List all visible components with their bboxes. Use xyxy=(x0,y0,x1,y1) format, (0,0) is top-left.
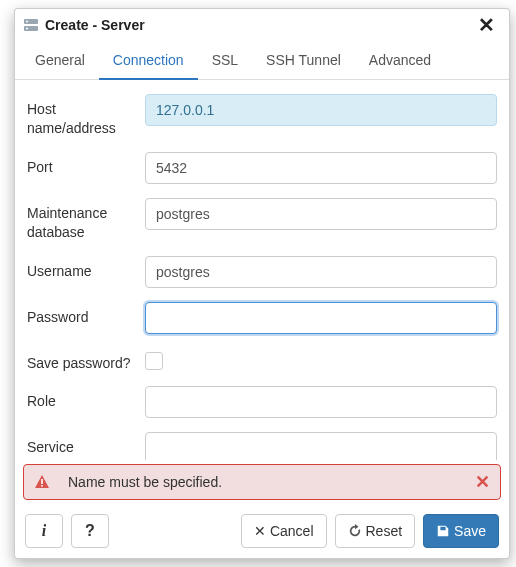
label-port: Port xyxy=(27,152,145,177)
label-host: Host name/address xyxy=(27,94,145,138)
row-host: Host name/address xyxy=(27,94,497,138)
cancel-label: Cancel xyxy=(270,523,314,539)
svg-rect-5 xyxy=(41,485,43,487)
label-service: Service xyxy=(27,432,145,457)
label-password: Password xyxy=(27,302,145,327)
tabs: General Connection SSL SSH Tunnel Advanc… xyxy=(15,41,509,80)
create-server-dialog: Create - Server ✕ General Connection SSL… xyxy=(14,8,510,559)
dialog-header: Create - Server ✕ xyxy=(15,9,509,41)
row-username: Username xyxy=(27,256,497,288)
role-input[interactable] xyxy=(145,386,497,418)
svg-point-2 xyxy=(26,21,28,23)
info-icon: i xyxy=(42,522,46,540)
maintenance-db-input[interactable] xyxy=(145,198,497,230)
tab-advanced[interactable]: Advanced xyxy=(355,42,445,80)
tab-general[interactable]: General xyxy=(21,42,99,80)
error-bar: Name must be specified. ✕ xyxy=(23,464,501,500)
warning-icon xyxy=(34,474,50,490)
dialog-title: Create - Server xyxy=(45,17,474,33)
help-button[interactable]: ? xyxy=(71,514,109,548)
error-message: Name must be specified. xyxy=(68,474,475,490)
server-icon xyxy=(23,17,39,33)
cancel-button[interactable]: ✕ Cancel xyxy=(241,514,327,548)
label-maintenance-db: Maintenance database xyxy=(27,198,145,242)
save-password-checkbox[interactable] xyxy=(145,352,163,370)
label-username: Username xyxy=(27,256,145,281)
label-role: Role xyxy=(27,386,145,411)
save-button[interactable]: Save xyxy=(423,514,499,548)
row-service: Service xyxy=(27,432,497,460)
info-button[interactable]: i xyxy=(25,514,63,548)
port-input[interactable] xyxy=(145,152,497,184)
close-icon: ✕ xyxy=(254,523,266,539)
save-icon xyxy=(436,524,450,538)
close-icon[interactable]: ✕ xyxy=(474,15,499,35)
row-password: Password xyxy=(27,302,497,334)
tab-ssl[interactable]: SSL xyxy=(198,42,252,80)
svg-rect-4 xyxy=(41,479,43,484)
tab-connection[interactable]: Connection xyxy=(99,42,198,80)
host-input[interactable] xyxy=(145,94,497,126)
save-label: Save xyxy=(454,523,486,539)
reset-label: Reset xyxy=(366,523,403,539)
help-icon: ? xyxy=(85,522,95,540)
reset-button[interactable]: Reset xyxy=(335,514,416,548)
svg-point-3 xyxy=(26,28,28,30)
label-save-password: Save password? xyxy=(27,348,145,373)
row-save-password: Save password? xyxy=(27,348,497,373)
username-input[interactable] xyxy=(145,256,497,288)
dialog-footer: i ? ✕ Cancel Reset Save xyxy=(15,508,509,558)
password-input[interactable] xyxy=(145,302,497,334)
tab-ssh-tunnel[interactable]: SSH Tunnel xyxy=(252,42,355,80)
service-input[interactable] xyxy=(145,432,497,460)
row-role: Role xyxy=(27,386,497,418)
row-maintenance-db: Maintenance database xyxy=(27,198,497,242)
form-body: Host name/address Port Maintenance datab… xyxy=(15,80,509,460)
error-close-icon[interactable]: ✕ xyxy=(475,473,490,491)
row-port: Port xyxy=(27,152,497,184)
recycle-icon xyxy=(348,524,362,538)
